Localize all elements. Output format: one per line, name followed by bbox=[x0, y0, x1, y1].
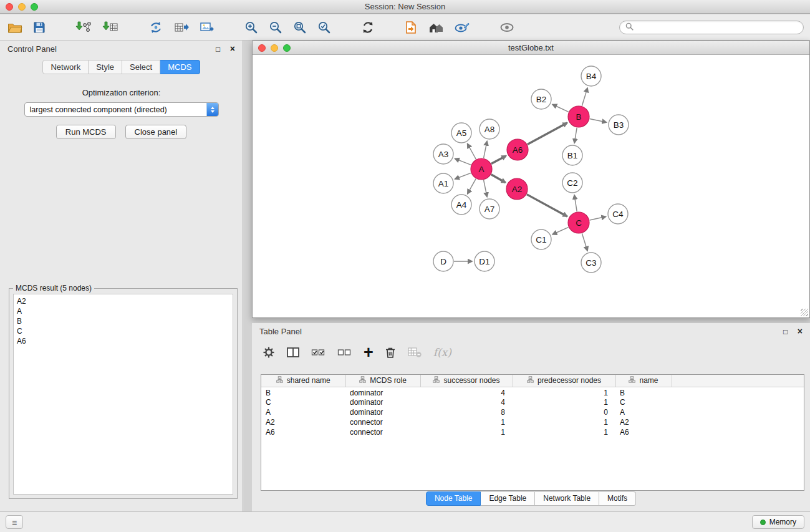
maximize-window-button[interactable] bbox=[31, 3, 38, 11]
zoom-fit-content-icon[interactable] bbox=[293, 19, 307, 36]
network-node-D1[interactable]: D1 bbox=[475, 251, 494, 271]
tab-motifs[interactable]: Motifs bbox=[599, 491, 636, 506]
edge-C-C2[interactable] bbox=[574, 195, 577, 211]
network-node-A5[interactable]: A5 bbox=[451, 123, 471, 143]
tab-edge-table[interactable]: Edge Table bbox=[481, 491, 535, 506]
tab-select[interactable]: Select bbox=[122, 60, 160, 74]
edge-B-B2[interactable] bbox=[552, 104, 569, 112]
table-row[interactable]: Cdominator41C bbox=[261, 397, 804, 407]
search-box[interactable] bbox=[619, 21, 804, 34]
column-header-predecessor-nodes[interactable]: predecessor nodes bbox=[513, 375, 615, 387]
edge-A-A3[interactable] bbox=[455, 158, 471, 165]
network-node-D[interactable]: D bbox=[433, 251, 453, 271]
network-node-A2[interactable]: A2 bbox=[506, 178, 528, 200]
network-node-A3[interactable]: A3 bbox=[433, 144, 453, 164]
close-window-button[interactable] bbox=[6, 3, 13, 11]
table-row[interactable]: A2connector11A2 bbox=[261, 417, 804, 427]
network-node-A8[interactable]: A8 bbox=[480, 119, 499, 139]
edge-B-B3[interactable] bbox=[590, 119, 607, 122]
edge-C-C4[interactable] bbox=[590, 216, 606, 220]
network-node-A4[interactable]: A4 bbox=[451, 195, 471, 215]
mcds-result-item[interactable]: A bbox=[17, 306, 229, 316]
save-session-icon[interactable] bbox=[33, 19, 46, 36]
edge-B-B1[interactable] bbox=[574, 128, 577, 143]
network-overview-icon[interactable] bbox=[428, 19, 444, 36]
edge-B-B4[interactable] bbox=[582, 88, 587, 106]
edge-C-C3[interactable] bbox=[582, 233, 587, 251]
tab-style[interactable]: Style bbox=[89, 60, 122, 74]
import-network-from-file-icon[interactable] bbox=[75, 19, 92, 36]
network-node-C[interactable]: C bbox=[568, 212, 589, 233]
deselect-all-rows-icon[interactable] bbox=[337, 346, 352, 359]
network-maximize-button[interactable] bbox=[283, 44, 291, 52]
show-annotations-icon[interactable] bbox=[455, 19, 470, 36]
table-float-panel-icon[interactable]: □ bbox=[783, 327, 788, 336]
select-all-rows-icon[interactable] bbox=[311, 346, 326, 359]
edge-A-A1[interactable] bbox=[455, 173, 471, 179]
network-node-B1[interactable]: B1 bbox=[562, 145, 582, 165]
close-panel-button[interactable]: Close panel bbox=[125, 125, 187, 139]
edge-A-A8[interactable] bbox=[484, 142, 487, 158]
open-session-icon[interactable] bbox=[7, 19, 22, 36]
column-header-mcds-role[interactable]: MCDS role bbox=[345, 375, 420, 387]
float-panel-icon[interactable]: □ bbox=[216, 45, 220, 54]
tab-mcds[interactable]: MCDS bbox=[160, 60, 200, 74]
network-node-A6[interactable]: A6 bbox=[507, 139, 528, 160]
tab-network-table[interactable]: Network Table bbox=[535, 491, 599, 506]
network-node-B4[interactable]: B4 bbox=[581, 66, 601, 86]
edge-A-A4[interactable] bbox=[468, 179, 476, 194]
export-network-icon[interactable] bbox=[148, 19, 163, 36]
table-row[interactable]: Adominator80A bbox=[261, 407, 804, 417]
close-panel-icon[interactable]: × bbox=[230, 44, 235, 54]
panel-menu-button[interactable]: ≡ bbox=[6, 515, 23, 529]
delete-columns-icon[interactable] bbox=[385, 346, 396, 359]
zoom-out-icon[interactable] bbox=[269, 19, 282, 36]
table-close-panel-icon[interactable]: × bbox=[798, 326, 803, 336]
optimization-dropdown[interactable]: largest connected component (directed) bbox=[24, 102, 219, 117]
network-node-B3[interactable]: B3 bbox=[609, 115, 629, 135]
edge-C-C1[interactable] bbox=[552, 227, 568, 234]
network-node-B2[interactable]: B2 bbox=[531, 89, 551, 109]
mcds-result-list[interactable]: A2ABCA6 bbox=[13, 294, 233, 495]
network-node-C4[interactable]: C4 bbox=[608, 204, 628, 224]
edge-A-A6[interactable] bbox=[491, 156, 506, 164]
search-input[interactable] bbox=[637, 22, 798, 32]
table-row[interactable]: A6connector11A6 bbox=[261, 427, 804, 437]
tab-network[interactable]: Network bbox=[42, 60, 89, 74]
edge-A6-B[interactable] bbox=[528, 123, 567, 144]
column-header-shared-name[interactable]: shared name bbox=[261, 375, 345, 387]
column-header-successor-nodes[interactable]: successor nodes bbox=[420, 375, 513, 387]
network-canvas[interactable]: B4B2BB3A5A8A6A3B1AC2A1A2A4A7C4CC1DD1C3 bbox=[253, 56, 809, 317]
network-node-B[interactable]: B bbox=[568, 106, 589, 127]
table-options-icon[interactable] bbox=[263, 346, 275, 359]
mcds-result-item[interactable]: C bbox=[17, 326, 229, 336]
edge-A2-C[interactable] bbox=[527, 195, 567, 216]
network-close-button[interactable] bbox=[258, 44, 266, 52]
network-minimize-button[interactable] bbox=[271, 44, 278, 52]
zoom-in-icon[interactable] bbox=[244, 19, 258, 36]
show-columns-icon[interactable] bbox=[286, 346, 300, 359]
export-image-icon[interactable] bbox=[200, 19, 215, 36]
edge-A-A7[interactable] bbox=[484, 180, 487, 197]
minimize-window-button[interactable] bbox=[18, 3, 26, 11]
resize-grip-icon[interactable] bbox=[801, 309, 808, 316]
tab-node-table[interactable]: Node Table bbox=[426, 491, 481, 506]
edge-A-A2[interactable] bbox=[491, 175, 506, 183]
table-row[interactable]: Bdominator41B bbox=[261, 387, 804, 397]
zoom-selected-icon[interactable] bbox=[317, 19, 331, 36]
network-node-C1[interactable]: C1 bbox=[531, 230, 551, 249]
add-column-icon[interactable]: + bbox=[364, 346, 374, 359]
network-node-A1[interactable]: A1 bbox=[433, 173, 453, 193]
network-node-C3[interactable]: C3 bbox=[581, 253, 601, 273]
mcds-result-item[interactable]: A2 bbox=[17, 296, 229, 306]
export-table-icon[interactable] bbox=[174, 19, 189, 36]
open-file-panel-icon[interactable] bbox=[405, 19, 417, 36]
toggle-view-icon[interactable] bbox=[499, 19, 514, 36]
memory-button[interactable]: Memory bbox=[752, 515, 804, 529]
apply-layout-icon[interactable] bbox=[361, 19, 375, 36]
network-node-A[interactable]: A bbox=[471, 158, 492, 180]
import-table-from-file-icon[interactable] bbox=[102, 19, 118, 36]
column-header-name[interactable]: name bbox=[615, 375, 672, 387]
run-mcds-button[interactable]: Run MCDS bbox=[56, 125, 116, 139]
mcds-result-item[interactable]: B bbox=[17, 316, 229, 326]
